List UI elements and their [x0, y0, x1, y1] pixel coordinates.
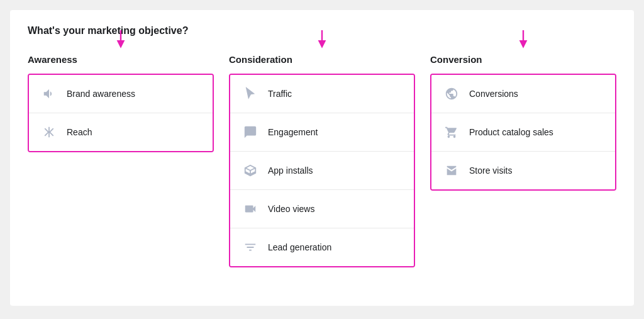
product-catalog-sales-item[interactable]: Product catalog sales: [431, 113, 615, 152]
consideration-title: Consideration: [229, 54, 292, 65]
engagement-item[interactable]: Engagement: [230, 113, 414, 152]
video-views-label: Video views: [268, 204, 314, 214]
globe-icon: [443, 85, 460, 103]
svg-marker-5: [519, 40, 528, 48]
consideration-column: Consideration Traffic: [229, 54, 430, 267]
svg-marker-1: [117, 40, 125, 48]
reach-item[interactable]: Reach: [29, 113, 213, 151]
conversion-header: Conversion: [430, 54, 616, 65]
store-icon: [443, 162, 460, 179]
awareness-items-box: Brand awareness Reach: [28, 74, 214, 152]
conversions-item[interactable]: Conversions: [431, 75, 615, 113]
conversion-column: Conversion Conversions: [430, 54, 616, 267]
store-visits-item[interactable]: Store visits: [431, 152, 615, 189]
cart-icon: [443, 123, 460, 141]
app-installs-item[interactable]: App installs: [230, 152, 414, 190]
consideration-header: Consideration: [229, 54, 415, 65]
conversions-label: Conversions: [469, 89, 518, 99]
app-installs-label: App installs: [268, 165, 313, 176]
svg-marker-3: [318, 40, 326, 48]
brand-awareness-label: Brand awareness: [67, 89, 135, 99]
product-catalog-sales-label: Product catalog sales: [469, 127, 553, 137]
traffic-item[interactable]: Traffic: [230, 75, 414, 113]
conversion-title: Conversion: [430, 54, 482, 65]
megaphone-icon: [40, 85, 58, 103]
awareness-header: Awareness: [28, 54, 214, 65]
reach-label: Reach: [67, 127, 92, 137]
conversion-items-box: Conversions Product catalog sales: [430, 74, 616, 191]
video-views-item[interactable]: Video views: [230, 190, 414, 228]
main-page: What's your marketing objective? Awarene…: [10, 10, 634, 306]
lead-generation-label: Lead generation: [268, 242, 331, 252]
traffic-label: Traffic: [268, 89, 292, 99]
filter-icon: [242, 238, 259, 256]
brand-awareness-item[interactable]: Brand awareness: [29, 75, 213, 113]
columns-container: Awareness Brand awareness: [28, 54, 616, 267]
box-icon: [242, 162, 259, 179]
asterisk-icon: [40, 123, 58, 141]
lead-generation-item[interactable]: Lead generation: [230, 228, 414, 266]
chat-icon: [242, 123, 259, 141]
video-icon: [242, 200, 259, 218]
consideration-items-box: Traffic Engagement: [229, 74, 415, 267]
conversion-arrow: [513, 30, 533, 53]
consideration-arrow: [312, 30, 332, 53]
awareness-title: Awareness: [28, 54, 77, 65]
store-visits-label: Store visits: [469, 165, 512, 176]
engagement-label: Engagement: [268, 127, 318, 137]
awareness-arrow: [111, 30, 131, 53]
cursor-icon: [242, 85, 259, 103]
awareness-column: Awareness Brand awareness: [28, 54, 229, 267]
